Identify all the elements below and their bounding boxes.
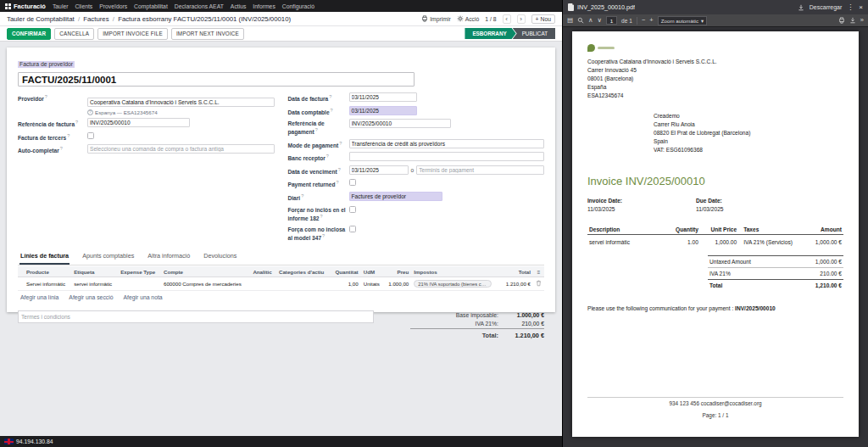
app-brand[interactable]: Facturació — [5, 3, 46, 10]
tab-journal-items[interactable]: Apunts comptables — [81, 249, 135, 265]
invoice-name-input[interactable] — [18, 72, 415, 87]
untaxed-value: 1.000,00 € — [505, 312, 544, 318]
terms-input[interactable] — [18, 310, 374, 323]
search-icon[interactable] — [577, 17, 584, 24]
breadcrumb-dashboard[interactable]: Tauler de Comptabilitat — [7, 15, 75, 23]
payment-returned-checkbox[interactable] — [349, 179, 356, 186]
zoom-in-icon[interactable]: + — [649, 17, 653, 24]
cell-label[interactable]: servei informàtic — [71, 277, 118, 291]
more-options-icon[interactable]: ⋮ — [847, 4, 854, 11]
help-marker: ? — [75, 120, 78, 125]
cell-account[interactable]: 600000 Compres de mercaderies — [161, 277, 250, 291]
menu-item-declaracions-aeat[interactable]: Declaracions AEAT — [175, 3, 224, 9]
pager-next-button[interactable]: › — [517, 14, 526, 24]
payment-mode-input[interactable] — [349, 139, 545, 148]
cell-taxes[interactable]: 21% IVA soportado (bienes corr... — [411, 277, 501, 291]
download-button[interactable]: Descarregar — [810, 4, 843, 10]
journal-value[interactable]: Factures de proveïdor — [349, 192, 442, 201]
recipient-bank-input[interactable] — [349, 152, 545, 161]
close-icon[interactable]: × — [859, 4, 863, 11]
print-icon[interactable] — [838, 17, 845, 24]
col-total[interactable]: Total — [501, 266, 533, 277]
add-note-link[interactable]: Afegir una nota — [123, 294, 162, 300]
col-taxes[interactable]: Impostos — [411, 266, 501, 277]
col-asset-category[interactable]: Categories d'actiu — [276, 266, 331, 277]
menu-item-clients[interactable]: Clients — [75, 3, 92, 9]
autocomplete-input[interactable] — [87, 144, 275, 154]
import-invoice-file-button[interactable]: IMPORT INVOICE FILE — [97, 28, 168, 40]
cell-quantity[interactable]: 1,00 — [331, 277, 361, 291]
tab-other-info[interactable]: Altra informació — [147, 249, 191, 265]
col-analytic[interactable]: Analític — [250, 266, 276, 277]
add-line-link[interactable]: Afegir una línia — [20, 294, 58, 300]
sidebar-toggle-icon[interactable]: ▤ — [567, 17, 573, 24]
force-182-checkbox[interactable] — [349, 206, 356, 213]
col-uom[interactable]: UdM — [361, 266, 384, 277]
import-next-invoice-button[interactable]: IMPORT NEXT INVOICE — [171, 28, 244, 40]
cell-price[interactable]: 1.000,00 — [384, 277, 411, 291]
page-number-input[interactable]: 1 — [606, 16, 617, 25]
invoice-title: Invoice INV/2025/00010 — [587, 175, 843, 187]
menu-item-proveidors[interactable]: Proveïdors — [99, 3, 127, 9]
page-down-icon[interactable]: ∨ — [598, 17, 603, 24]
cell-total[interactable]: 1.210,00 € — [501, 277, 533, 291]
zoom-out-icon[interactable]: − — [642, 17, 645, 24]
pdf-footer: 934 123 456 cocadiser@cocadiser.org — [587, 397, 843, 406]
cell-analytic[interactable] — [250, 277, 276, 291]
help-marker: ? — [315, 127, 318, 132]
payment-terms-input[interactable] — [416, 165, 544, 175]
menu-item-comptabilitat[interactable]: Comptabilitat — [134, 3, 168, 9]
top-navbar: Facturació Tauler Clients Proveïdors Com… — [0, 0, 562, 12]
cell-asset-category[interactable] — [276, 277, 331, 291]
col-label[interactable]: Etiqueta — [71, 266, 118, 277]
print-button[interactable]: Imprimir — [421, 15, 451, 22]
field-payment-mode: Mode de pagament? — [288, 139, 545, 149]
cell-expense-type[interactable] — [118, 277, 161, 291]
payment-reference-input[interactable] — [349, 119, 451, 128]
add-section-link[interactable]: Afegir una secció — [69, 294, 113, 300]
breadcrumb-invoices[interactable]: Factures — [83, 15, 108, 23]
col-price[interactable]: Preu — [384, 266, 411, 277]
toolbar-divider — [637, 17, 637, 25]
accounting-date-value[interactable]: 03/11/2025 — [349, 106, 417, 115]
row-drag-handle[interactable] — [18, 277, 24, 291]
col-expense-type[interactable]: Expense Type — [118, 266, 161, 277]
invoice-line-row[interactable]: Servei informàtic servei informàtic 6000… — [18, 277, 544, 291]
status-draft[interactable]: ESBORRANY — [465, 28, 515, 39]
zoom-select[interactable]: Zoom automàtic ▾ — [658, 16, 707, 25]
new-button[interactable]: + Nou — [531, 14, 555, 24]
cell-uom[interactable]: Unitats — [361, 277, 384, 291]
delete-line-icon[interactable] — [536, 280, 542, 287]
col-product[interactable]: Producte — [24, 266, 71, 277]
tab-returns[interactable]: Devolucions — [203, 249, 237, 265]
pager-prev-button[interactable]: ‹ — [503, 14, 511, 24]
pdf-content-area: Cooperativa Catalana d'Innovació i Serve… — [563, 27, 868, 447]
page-up-icon[interactable]: ∧ — [588, 17, 593, 24]
tools-expand-icon[interactable]: » — [860, 17, 864, 24]
menu-item-actius[interactable]: Actius — [231, 3, 247, 9]
menu-item-configuracio[interactable]: Configuració — [282, 3, 314, 9]
col-account[interactable]: Compte — [161, 266, 250, 277]
col-quantity[interactable]: Quantitat — [331, 266, 361, 277]
invoice-date-input[interactable] — [349, 92, 417, 102]
optional-columns-icon[interactable]: ≡ — [533, 266, 544, 277]
tab-invoice-lines[interactable]: Línies de factura — [19, 249, 70, 265]
third-party-checkbox[interactable] — [87, 132, 94, 139]
cancel-button[interactable]: CANCELLA — [54, 28, 94, 40]
action-button[interactable]: Acció — [457, 15, 480, 22]
confirm-button[interactable]: CONFIRMAR — [7, 28, 51, 40]
menu-item-tauler[interactable]: Tauler — [53, 3, 69, 9]
force-347-checkbox[interactable] — [349, 226, 356, 232]
due-date-input[interactable] — [349, 165, 409, 175]
pager-count: 1 / 8 — [485, 16, 496, 22]
partner-input[interactable] — [87, 98, 275, 107]
help-marker: ? — [329, 94, 331, 99]
cell-product[interactable]: Servei informàtic — [24, 277, 71, 291]
tax-tag[interactable]: 21% IVA soportado (bienes corr... — [414, 280, 492, 288]
partner-subinfo: ? Espanya — ESA12345674 — [87, 109, 275, 115]
autocomplete-label: Auto-completar — [18, 148, 59, 154]
vendor-reference-input[interactable] — [87, 118, 190, 127]
status-posted[interactable]: PUBLICAT — [513, 28, 555, 39]
save-icon[interactable] — [849, 17, 856, 24]
menu-item-informes[interactable]: Informes — [253, 3, 275, 9]
